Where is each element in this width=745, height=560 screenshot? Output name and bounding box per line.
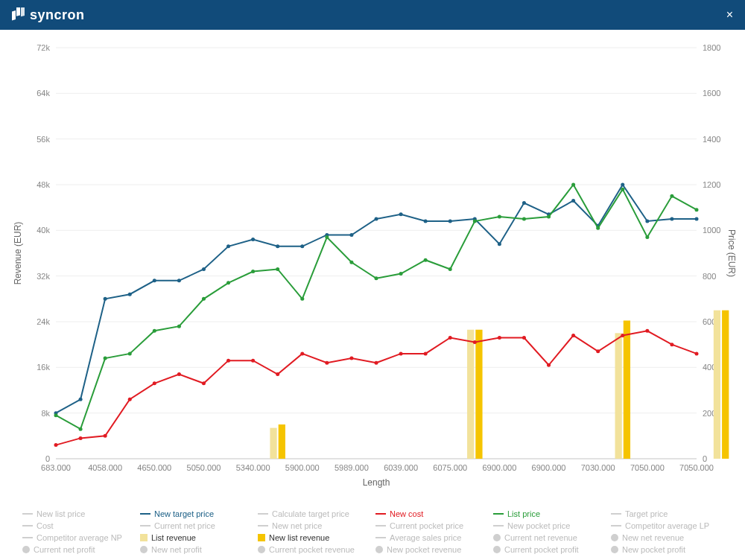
legend-item-current-net-price[interactable]: Current net price bbox=[140, 521, 252, 530]
bar-list-revenue[interactable] bbox=[714, 311, 720, 459]
series-point[interactable] bbox=[54, 443, 58, 447]
series-point[interactable] bbox=[522, 336, 526, 340]
series-point[interactable] bbox=[177, 325, 181, 328]
series-point[interactable] bbox=[424, 351, 428, 355]
series-point[interactable] bbox=[79, 398, 83, 401]
legend-item-current-net-revenue[interactable]: Current net revenue bbox=[493, 533, 605, 542]
series-point[interactable] bbox=[571, 183, 575, 187]
series-point[interactable] bbox=[104, 357, 107, 360]
series-point[interactable] bbox=[670, 343, 673, 346]
series-point[interactable] bbox=[349, 357, 353, 360]
series-point[interactable] bbox=[547, 214, 551, 218]
legend-item-new-target-price[interactable]: New target price bbox=[140, 509, 252, 518]
series-point[interactable] bbox=[448, 267, 452, 271]
series-point[interactable] bbox=[424, 258, 428, 262]
legend-item-new-list-revenue[interactable]: New list revenue bbox=[258, 533, 370, 542]
series-point[interactable] bbox=[226, 281, 230, 284]
series-point[interactable] bbox=[399, 351, 403, 355]
bar-list-revenue[interactable] bbox=[615, 333, 622, 459]
legend-item-calculate-target-price[interactable]: Calculate target price bbox=[258, 509, 370, 518]
series-point[interactable] bbox=[276, 244, 279, 248]
series-point[interactable] bbox=[596, 349, 600, 353]
legend-item-new-net-revenue[interactable]: New net revenue bbox=[611, 533, 723, 542]
series-point[interactable] bbox=[375, 361, 378, 365]
series-point[interactable] bbox=[670, 217, 673, 221]
legend-item-new-pocket-revenue[interactable]: New pocket revenue bbox=[375, 545, 487, 554]
series-point[interactable] bbox=[226, 244, 230, 248]
legend-item-new-cost[interactable]: New cost bbox=[375, 509, 487, 518]
series-point[interactable] bbox=[695, 351, 699, 355]
legend-item-new-net-profit[interactable]: New net profit bbox=[140, 545, 252, 554]
series-point[interactable] bbox=[424, 220, 428, 223]
legend-item-cost[interactable]: Cost bbox=[22, 521, 134, 530]
series-point[interactable] bbox=[695, 208, 699, 211]
series-point[interactable] bbox=[104, 297, 107, 301]
series-point[interactable] bbox=[300, 297, 304, 301]
legend-item-competitor-average-lp[interactable]: Competitor average LP bbox=[611, 521, 723, 530]
series-new-cost[interactable] bbox=[56, 331, 697, 445]
bar-new-list-revenue[interactable] bbox=[624, 320, 630, 459]
series-point[interactable] bbox=[251, 359, 255, 363]
series-point[interactable] bbox=[670, 194, 673, 198]
series-point[interactable] bbox=[695, 217, 699, 221]
bar-new-list-revenue[interactable] bbox=[279, 424, 285, 459]
series-point[interactable] bbox=[448, 220, 452, 223]
legend-item-current-net-profit[interactable]: Current net profit bbox=[22, 545, 134, 554]
series-point[interactable] bbox=[153, 279, 156, 282]
series-point[interactable] bbox=[547, 363, 551, 367]
series-point[interactable] bbox=[128, 398, 132, 401]
series-point[interactable] bbox=[473, 340, 477, 344]
series-point[interactable] bbox=[596, 226, 600, 230]
series-point[interactable] bbox=[54, 413, 58, 417]
series-point[interactable] bbox=[79, 427, 83, 431]
series-point[interactable] bbox=[522, 201, 526, 205]
legend-item-average-sales-price[interactable]: Average sales price bbox=[375, 533, 487, 542]
series-point[interactable] bbox=[128, 351, 132, 355]
legend-item-new-net-price[interactable]: New net price bbox=[258, 521, 370, 530]
series-point[interactable] bbox=[621, 183, 624, 187]
legend-item-new-pocket-price[interactable]: New pocket price bbox=[493, 521, 605, 530]
legend-item-new-pocket-profit[interactable]: New pocket profit bbox=[611, 545, 723, 554]
series-point[interactable] bbox=[399, 272, 403, 276]
series-point[interactable] bbox=[473, 220, 477, 223]
series-point[interactable] bbox=[153, 381, 156, 385]
series-point[interactable] bbox=[202, 381, 206, 385]
series-point[interactable] bbox=[498, 214, 501, 218]
series-point[interactable] bbox=[251, 270, 255, 273]
series-point[interactable] bbox=[522, 217, 526, 221]
series-point[interactable] bbox=[448, 336, 452, 340]
legend-item-competitor-average-np[interactable]: Competitor average NP bbox=[22, 533, 134, 542]
close-button[interactable]: × bbox=[722, 5, 738, 25]
series-point[interactable] bbox=[375, 217, 378, 221]
series-point[interactable] bbox=[349, 261, 353, 264]
series-point[interactable] bbox=[325, 235, 329, 239]
series-point[interactable] bbox=[349, 233, 353, 237]
series-point[interactable] bbox=[621, 188, 624, 191]
series-point[interactable] bbox=[153, 329, 156, 333]
legend-item-list-price[interactable]: List price bbox=[493, 509, 605, 518]
series-point[interactable] bbox=[571, 334, 575, 337]
series-point[interactable] bbox=[498, 242, 501, 246]
series-point[interactable] bbox=[375, 276, 378, 280]
bar-new-list-revenue[interactable] bbox=[475, 330, 482, 459]
series-point[interactable] bbox=[202, 267, 206, 271]
legend-item-new-list-price[interactable]: New list price bbox=[22, 509, 134, 518]
series-point[interactable] bbox=[399, 212, 403, 216]
series-point[interactable] bbox=[79, 436, 83, 440]
series-point[interactable] bbox=[177, 279, 181, 282]
series-point[interactable] bbox=[498, 336, 501, 340]
series-point[interactable] bbox=[571, 199, 575, 203]
series-point[interactable] bbox=[276, 372, 279, 376]
bar-new-list-revenue[interactable] bbox=[722, 311, 729, 459]
series-point[interactable] bbox=[202, 297, 206, 301]
series-point[interactable] bbox=[300, 351, 304, 355]
series-point[interactable] bbox=[226, 359, 230, 363]
legend-item-current-pocket-revenue[interactable]: Current pocket revenue bbox=[258, 545, 370, 554]
series-point[interactable] bbox=[645, 220, 649, 223]
series-point[interactable] bbox=[325, 361, 329, 365]
series-point[interactable] bbox=[177, 372, 181, 376]
series-point[interactable] bbox=[645, 235, 649, 239]
legend-item-target-price[interactable]: Target price bbox=[611, 509, 723, 518]
series-point[interactable] bbox=[300, 244, 304, 248]
legend-item-list-revenue[interactable]: List revenue bbox=[140, 533, 252, 542]
